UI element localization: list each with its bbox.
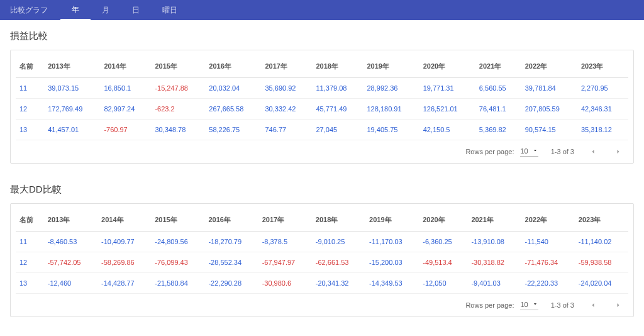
data-cell: 45,771.49 (312, 99, 363, 120)
col-year: 2022年 (521, 55, 577, 78)
rows-per-page-label: Rows per page: (465, 301, 514, 309)
page-range: 1-3 of 3 (551, 301, 574, 309)
col-year: 2013年 (44, 55, 100, 78)
row-name[interactable]: 12 (16, 252, 44, 273)
data-cell: -15,247.88 (151, 78, 205, 99)
data-cell: -57,742.05 (44, 252, 97, 273)
caret-down-icon (528, 301, 538, 308)
tab-0[interactable]: 年 (60, 0, 91, 20)
data-cell: 58,226.75 (205, 120, 261, 140)
row-name[interactable]: 11 (16, 232, 44, 252)
prev-page-button[interactable] (587, 145, 599, 158)
data-cell: -24,020.04 (575, 273, 628, 294)
data-cell: -76,099.43 (151, 252, 204, 273)
data-cell: 42,150.5 (419, 120, 475, 140)
tab-1[interactable]: 月 (91, 0, 121, 20)
data-cell: -30,980.6 (258, 273, 312, 294)
pagination: Rows per page:101-3 of 3 (16, 294, 628, 316)
col-year: 2017年 (261, 55, 312, 78)
caret-down-icon (528, 147, 538, 155)
col-year: 2018年 (312, 209, 365, 232)
data-cell: -12,050 (419, 273, 467, 294)
section-1: 最大DD比較名前2013年2014年2015年2016年2017年2018年20… (0, 174, 644, 327)
row-name[interactable]: 11 (16, 78, 44, 99)
chevron-right-icon (614, 301, 622, 309)
prev-page-button[interactable] (587, 299, 599, 311)
data-cell: 76,481.1 (475, 99, 521, 120)
pagination: Rows per page:101-3 of 3 (16, 140, 628, 163)
data-cell: 207,805.59 (521, 99, 577, 120)
data-cell: -13,910.08 (467, 232, 521, 252)
rows-per-page-select[interactable]: 10 (520, 301, 538, 310)
col-year: 2016年 (204, 209, 258, 232)
data-cell: 6,560.55 (475, 78, 521, 99)
rows-per-page-label: Rows per page: (465, 148, 514, 155)
row-name[interactable]: 13 (16, 120, 44, 140)
data-cell: 82,997.24 (100, 99, 151, 120)
data-cell: 19,771.31 (419, 78, 475, 99)
data-table: 名前2013年2014年2015年2016年2017年2018年2019年202… (16, 209, 628, 294)
rows-per-page-select[interactable]: 10 (520, 147, 538, 157)
col-year: 2014年 (97, 209, 151, 232)
col-year: 2022年 (521, 209, 575, 232)
data-cell: -30,318.82 (467, 252, 521, 273)
table-row: 13-12,460-14,428.77-21,580.84-22,290.28-… (16, 273, 628, 294)
data-cell: 172,769.49 (44, 99, 100, 120)
data-cell: -11,170.03 (365, 232, 419, 252)
row-name[interactable]: 13 (16, 273, 44, 294)
col-year: 2021年 (475, 55, 521, 78)
col-name: 名前 (16, 209, 44, 232)
col-year: 2020年 (419, 209, 467, 232)
data-cell: -59,938.58 (575, 252, 628, 273)
col-year: 2015年 (151, 55, 205, 78)
data-table: 名前2013年2014年2015年2016年2017年2018年2019年202… (16, 55, 628, 140)
tab-3[interactable]: 曜日 (151, 0, 189, 20)
data-cell: 28,992.36 (364, 78, 419, 99)
data-cell: -12,460 (44, 273, 97, 294)
data-cell: 746.77 (261, 120, 312, 140)
col-year: 2016年 (205, 55, 261, 78)
data-cell: 30,332.42 (261, 99, 312, 120)
data-cell: -8,460.53 (44, 232, 97, 252)
data-cell: 11,379.08 (312, 78, 363, 99)
section-0: 損益比較名前2013年2014年2015年2016年2017年2018年2019… (0, 20, 644, 174)
data-cell: -18,270.79 (204, 232, 258, 252)
data-cell: -22,220.33 (521, 273, 575, 294)
data-cell: -24,809.56 (151, 232, 204, 252)
data-cell: -28,552.34 (204, 252, 258, 273)
col-year: 2020年 (419, 55, 475, 78)
data-cell: -14,428.77 (97, 273, 151, 294)
rows-per-page: Rows per page:10 (465, 147, 538, 157)
col-year: 2018年 (312, 55, 363, 78)
rows-per-page-value: 10 (520, 147, 528, 155)
data-cell: 42,346.31 (577, 99, 628, 120)
data-cell: 20,032.04 (205, 78, 261, 99)
col-year: 2019年 (365, 209, 419, 232)
data-cell: 126,521.01 (419, 99, 475, 120)
data-cell: -9,401.03 (467, 273, 521, 294)
col-year: 2013年 (44, 209, 97, 232)
data-cell: 5,369.82 (475, 120, 521, 140)
tab-2[interactable]: 日 (121, 0, 151, 20)
col-year: 2021年 (467, 209, 521, 232)
col-name: 名前 (16, 55, 44, 78)
data-cell: -58,269.86 (97, 252, 151, 273)
row-name[interactable]: 12 (16, 99, 44, 120)
data-cell: -11,140.02 (575, 232, 628, 252)
data-cell: -21,580.84 (151, 273, 204, 294)
col-year: 2017年 (258, 209, 312, 232)
data-cell: -71,476.34 (521, 252, 575, 273)
table-row: 1139,073.1516,850.1-15,247.8820,032.0435… (16, 78, 628, 99)
data-cell: 90,574.15 (521, 120, 577, 140)
table-card: 名前2013年2014年2015年2016年2017年2018年2019年202… (10, 203, 634, 317)
table-row: 12172,769.4982,997.24-623.2267,665.5830,… (16, 99, 628, 120)
data-cell: 267,665.58 (205, 99, 261, 120)
next-page-button[interactable] (612, 299, 625, 311)
data-cell: 35,318.12 (577, 120, 628, 140)
table-card: 名前2013年2014年2015年2016年2017年2018年2019年202… (10, 50, 634, 164)
data-cell: 19,405.75 (364, 120, 419, 140)
rows-per-page: Rows per page:10 (465, 301, 538, 310)
data-cell: -20,341.32 (312, 273, 365, 294)
col-year: 2015年 (151, 209, 204, 232)
next-page-button[interactable] (612, 145, 625, 158)
